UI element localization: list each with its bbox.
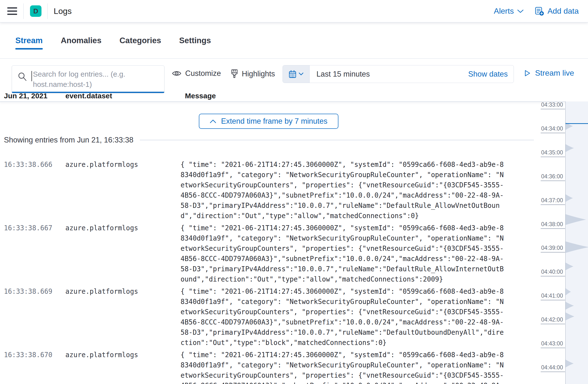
minimap-tick-line bbox=[541, 133, 565, 133]
density-blob bbox=[566, 144, 574, 152]
alerts-label: Alerts bbox=[494, 7, 514, 16]
customize-button[interactable]: Customize bbox=[172, 69, 221, 78]
menu-icon[interactable] bbox=[7, 7, 17, 15]
time-range-picker: Last 15 minutes Show dates bbox=[283, 65, 514, 83]
stream-live-label: Stream live bbox=[535, 68, 574, 78]
add-data-label: Add data bbox=[547, 7, 579, 16]
log-row[interactable]: 16:33:38.666azure.platformlogs{ "time": … bbox=[0, 159, 510, 221]
log-message: { "time": "2021-06-21T14:27:45.3060000Z"… bbox=[181, 159, 504, 221]
density-blob bbox=[566, 194, 573, 202]
log-dataset: azure.platformlogs bbox=[65, 350, 138, 360]
minimap-tick-line bbox=[541, 157, 565, 157]
minimap-tick-label: 04:44:00 bbox=[541, 364, 563, 371]
log-timestamp: 16:33:38.670 bbox=[4, 350, 52, 360]
tab-settings[interactable]: Settings bbox=[179, 22, 211, 58]
log-timestamp: 16:33:38.666 bbox=[4, 159, 52, 170]
play-icon bbox=[523, 69, 531, 77]
minimap-tick-line bbox=[541, 276, 565, 277]
search-icon bbox=[18, 72, 27, 81]
density-blob bbox=[566, 360, 574, 367]
log-dataset: azure.platformlogs bbox=[65, 159, 138, 170]
log-message: { "time": "2021-06-21T14:27:45.3060000Z"… bbox=[181, 223, 504, 284]
minimap-tick-label: 04:36:00 bbox=[541, 173, 563, 180]
extend-time-frame-button[interactable]: Extend time frame by 7 minutes bbox=[199, 114, 338, 129]
minimap-tick-line bbox=[541, 348, 565, 348]
highlights-button[interactable]: Highlights bbox=[231, 69, 275, 79]
customize-label: Customize bbox=[185, 69, 221, 78]
minimap-tick-line bbox=[541, 252, 565, 253]
minimap-tick-line bbox=[541, 109, 565, 109]
minimap-density-strip[interactable] bbox=[565, 102, 588, 384]
log-dataset: azure.platformlogs bbox=[65, 223, 138, 233]
minimap-tick-label: 04:38:00 bbox=[541, 221, 563, 228]
minimap-tick-line bbox=[541, 181, 565, 181]
chevron-down-icon bbox=[299, 72, 304, 76]
log-dataset: azure.platformlogs bbox=[65, 286, 138, 297]
density-blobs bbox=[566, 102, 588, 384]
header-divider bbox=[23, 3, 24, 19]
minimap-position-indicator bbox=[566, 123, 588, 124]
chevron-up-icon bbox=[210, 119, 216, 124]
log-row[interactable]: 16:33:38.667azure.platformlogs{ "time": … bbox=[0, 222, 510, 284]
calendar-menu-button[interactable] bbox=[283, 65, 310, 83]
minimap-tick-line bbox=[541, 228, 565, 229]
tab-categories[interactable]: Categories bbox=[120, 22, 161, 58]
page-title: Logs bbox=[54, 6, 72, 16]
column-header-message: Message bbox=[185, 92, 216, 100]
search-input[interactable]: Search for log entries... (e.g. host.nam… bbox=[12, 65, 165, 93]
minimap-tick-label: 04:35:00 bbox=[541, 149, 563, 156]
minimap-tick-label: 04:43:00 bbox=[541, 340, 563, 347]
brush-icon bbox=[231, 69, 238, 79]
log-row[interactable]: 16:33:38.669azure.platformlogs{ "time": … bbox=[0, 286, 510, 348]
extend-time-frame-label: Extend time frame by 7 minutes bbox=[221, 117, 327, 126]
minimap-tick-label: 04:33:00 bbox=[541, 102, 563, 108]
stream-live-button[interactable]: Stream live bbox=[523, 68, 574, 78]
log-message: { "time": "2021-06-21T14:27:45.3060000Z"… bbox=[181, 350, 504, 384]
minimap-tick-label: 04:40:00 bbox=[541, 269, 563, 275]
minimap-tick-line bbox=[541, 324, 565, 324]
density-blob bbox=[566, 262, 573, 270]
density-blob bbox=[566, 313, 574, 320]
minimap-tick-line bbox=[541, 372, 565, 372]
minimap-tick-label: 04:39:00 bbox=[541, 245, 563, 251]
minimap-tick-label: 04:42:00 bbox=[541, 317, 563, 323]
app-logo[interactable]: D bbox=[30, 5, 42, 17]
showing-entries-label: Showing entries from Jun 21, 16:33:38 bbox=[4, 136, 133, 144]
minimap-tick-labels: 04:33:0004:34:0004:35:0004:36:0004:37:00… bbox=[540, 102, 565, 384]
header-divider bbox=[47, 3, 48, 19]
time-range-value[interactable]: Last 15 minutes bbox=[316, 70, 370, 79]
log-rows: 16:33:38.666azure.platformlogs{ "time": … bbox=[0, 159, 510, 384]
minimap-tick-label: 04:37:00 bbox=[541, 197, 563, 204]
add-data-button[interactable]: Add data bbox=[535, 7, 579, 16]
highlights-label: Highlights bbox=[242, 69, 275, 78]
add-data-icon bbox=[535, 7, 544, 16]
minimap-tick-line bbox=[541, 300, 565, 300]
log-message: { "time": "2021-06-21T14:27:45.3060000Z"… bbox=[181, 286, 504, 348]
minimap-tick-line bbox=[541, 204, 565, 205]
log-timestamp: 16:33:38.667 bbox=[4, 223, 52, 233]
density-blob bbox=[566, 241, 588, 253]
eye-icon bbox=[172, 70, 182, 77]
tabs-bar: Stream Anomalies Categories Settings bbox=[0, 22, 588, 59]
density-blob bbox=[566, 302, 574, 310]
divider bbox=[140, 140, 534, 140]
calendar-icon bbox=[289, 70, 296, 78]
chevron-down-icon bbox=[517, 9, 524, 13]
minimap-tick-label: 04:41:00 bbox=[541, 293, 563, 299]
log-timestamp: 16:33:38.669 bbox=[4, 286, 52, 297]
text-caret bbox=[31, 71, 32, 81]
alerts-menu-button[interactable]: Alerts bbox=[494, 7, 524, 16]
log-row[interactable]: 16:33:38.670azure.platformlogs{ "time": … bbox=[0, 349, 510, 384]
showing-entries-row: Showing entries from Jun 21, 16:33:38 bbox=[4, 136, 534, 144]
app-header: D Logs Alerts Add data bbox=[0, 0, 588, 22]
density-blob bbox=[566, 288, 571, 295]
show-dates-button[interactable]: Show dates bbox=[468, 70, 508, 79]
minimap-tick-label: 04:34:00 bbox=[541, 125, 563, 132]
tab-anomalies[interactable]: Anomalies bbox=[61, 22, 102, 58]
tab-stream[interactable]: Stream bbox=[15, 22, 43, 58]
search-placeholder: Search for log entries... (e.g. host.nam… bbox=[33, 69, 147, 89]
density-blob bbox=[566, 214, 586, 225]
